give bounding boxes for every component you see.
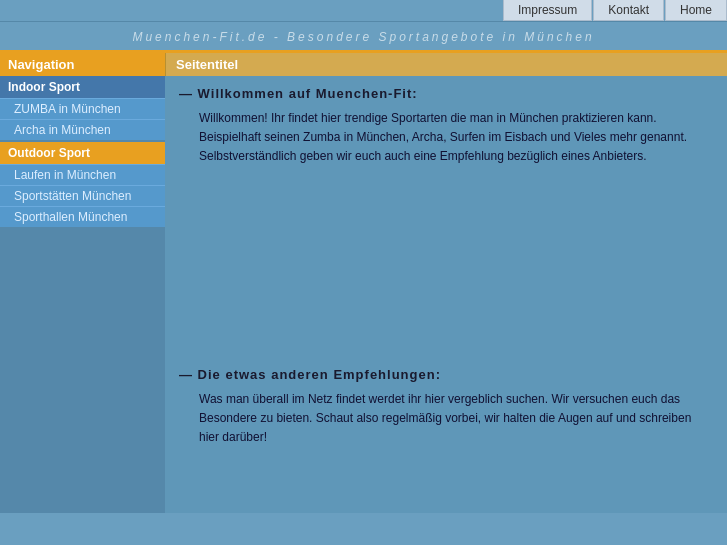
sidebar-category-outdoor[interactable]: Outdoor Sport [0, 142, 165, 164]
sidebar-item-sporthallen[interactable]: Sporthallen München [0, 206, 165, 227]
sidebar-item-archa[interactable]: Archa in München [0, 119, 165, 140]
site-subtitle: Muenchen-Fit.de - Besondere Sportangebot… [0, 22, 727, 50]
sidebar: Navigation Indoor Sport ZUMBA in München… [0, 53, 165, 513]
sidebar-item-laufen[interactable]: Laufen in München [0, 164, 165, 185]
main-layout: Navigation Indoor Sport ZUMBA in München… [0, 53, 727, 513]
top-bar: Impressum Kontakt Home [0, 0, 727, 22]
nav-header: Navigation [0, 53, 165, 76]
content-header: Seitentitel [165, 53, 727, 76]
sidebar-item-zumba[interactable]: ZUMBA in München [0, 98, 165, 119]
home-link[interactable]: Home [665, 0, 727, 21]
section1-title: — Willkommen auf Muenchen-Fit: [179, 86, 713, 101]
content-body: — Willkommen auf Muenchen-Fit: Willkomme… [165, 76, 727, 457]
kontakt-link[interactable]: Kontakt [593, 0, 664, 21]
impressum-link[interactable]: Impressum [503, 0, 592, 21]
section2-title: — Die etwas anderen Empfehlungen: [179, 367, 713, 382]
content-area: Seitentitel — Willkommen auf Muenchen-Fi… [165, 53, 727, 513]
sidebar-category-indoor[interactable]: Indoor Sport [0, 76, 165, 98]
sidebar-item-sportstaetten[interactable]: Sportstätten München [0, 185, 165, 206]
section2-text: Was man überall im Netz findet werdet ih… [199, 390, 713, 448]
section1-text: Willkommen! Ihr findet hier trendige Spo… [199, 109, 713, 167]
